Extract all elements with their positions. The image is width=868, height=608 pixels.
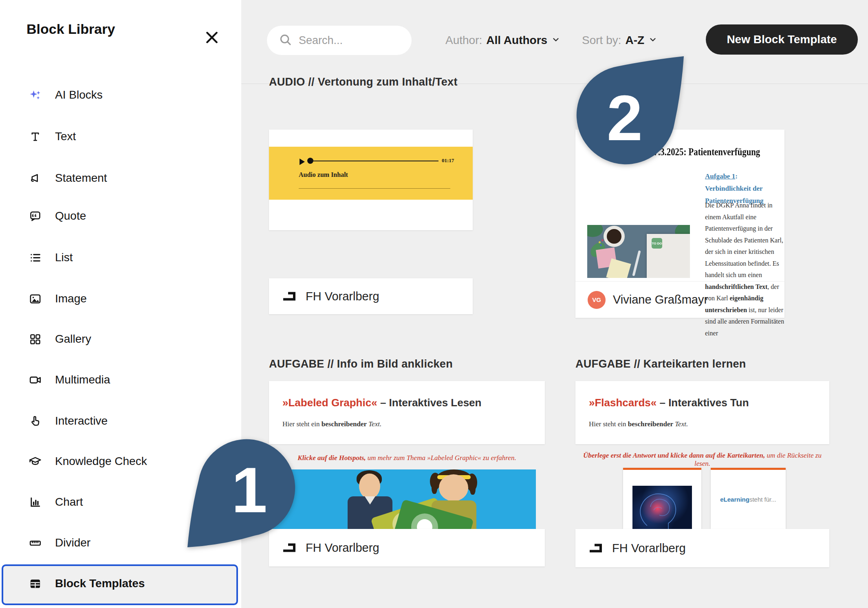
card-footer-patientenverfuegung: VG Viviane Graßmayr bbox=[575, 281, 784, 318]
labeled-graphic-illustration bbox=[270, 469, 536, 529]
sidebar-item-quote[interactable]: Quote bbox=[0, 204, 241, 228]
search-icon bbox=[278, 33, 292, 48]
avatar: VG bbox=[588, 291, 606, 309]
sort-filter[interactable]: Sort by: A-Z bbox=[582, 34, 657, 47]
instruction-bold: Klicke auf die Hotspots, bbox=[297, 454, 366, 462]
card-author: FH Vorarlberg bbox=[612, 542, 686, 555]
section-heading-labeled-graphic: AUFGABE // Info im Bild anklicken bbox=[269, 358, 453, 370]
image-icon bbox=[29, 292, 42, 305]
desc-bold: beschreibender bbox=[322, 420, 367, 428]
man-face bbox=[359, 474, 380, 499]
sidebar-item-label: Text bbox=[55, 130, 76, 143]
flashcard-tile-brain bbox=[623, 468, 701, 529]
sidebar-item-label: Multimedia bbox=[55, 373, 110, 386]
table-icon bbox=[29, 577, 42, 590]
audio-duration: 01:17 bbox=[442, 157, 454, 164]
template-card-labeled-graphic[interactable]: »Labeled Graphic« – Interaktives Lesen H… bbox=[269, 381, 545, 444]
template-card-patientenverfuegung[interactable]: s zum 7.3.2025: Patientenverfügung Aufga… bbox=[575, 130, 784, 318]
section-heading-flashcards: AUFGABE // Karteikarten lernen bbox=[575, 358, 746, 370]
search-input[interactable] bbox=[298, 34, 397, 47]
preview-instruction-labeled-graphic: Klicke auf die Hotspots, um mehr zum The… bbox=[269, 454, 545, 462]
sort-filter-value: A-Z bbox=[625, 34, 644, 47]
sidebar-item-statement[interactable]: Statement bbox=[0, 166, 241, 190]
instruction-rest: um mehr zum Thema »Labeled Graphic« zu e… bbox=[366, 454, 516, 462]
sparkles-icon bbox=[29, 88, 42, 101]
sidebar-item-block-templates[interactable]: Block Templates bbox=[0, 571, 241, 596]
sidebar-item-gallery[interactable]: Gallery bbox=[0, 327, 241, 351]
sidebar-item-knowledge-check[interactable]: Knowledge Check bbox=[0, 449, 241, 474]
desc-italic: Text. bbox=[367, 420, 381, 428]
close-icon[interactable] bbox=[204, 29, 220, 46]
sidebar-item-multimedia[interactable]: Multimedia bbox=[0, 368, 241, 392]
card-author: FH Vorarlberg bbox=[306, 290, 379, 303]
sidebar-item-list[interactable]: List bbox=[0, 245, 241, 270]
todo-badge: TO DO bbox=[652, 238, 662, 249]
fh-vorarlberg-logo-icon bbox=[282, 540, 297, 556]
preview-instruction-flashcards: Überlege erst die Antwort und klicke dan… bbox=[575, 452, 829, 468]
new-block-template-button[interactable]: New Block Template bbox=[706, 24, 858, 55]
sidebar-item-label: Statement bbox=[55, 172, 107, 185]
desk-photo-thumbnail: TO DO bbox=[587, 225, 690, 278]
sidebar-item-ai-blocks[interactable]: AI Blocks bbox=[0, 83, 241, 107]
fh-vorarlberg-logo-icon bbox=[282, 288, 297, 304]
desc-italic: Text. bbox=[673, 420, 688, 428]
pen bbox=[632, 250, 641, 276]
audio-progress-line bbox=[311, 161, 438, 161]
woman-face bbox=[439, 474, 468, 501]
block-library-screen: Block Library AI Blocks Text Statem bbox=[0, 0, 868, 608]
sidebar-item-label: Gallery bbox=[55, 333, 91, 346]
desc-bold: beschreibender bbox=[628, 420, 673, 428]
card-footer-audio: FH Vorarlberg bbox=[269, 278, 473, 314]
audio-caption-rule bbox=[299, 188, 450, 189]
play-icon bbox=[300, 159, 305, 165]
ruler-icon bbox=[29, 536, 42, 549]
text-icon bbox=[29, 130, 42, 143]
flashcard-text-rest: steht für... bbox=[749, 496, 776, 503]
template-card-audio[interactable]: 01:17 Audio zum Inhalt bbox=[269, 130, 473, 230]
quote-icon bbox=[29, 209, 42, 222]
sidebar-item-label: Quote bbox=[55, 209, 86, 222]
sidebar-item-label: Divider bbox=[55, 536, 90, 549]
sidebar-item-label: List bbox=[55, 251, 73, 264]
flashcard-front-text: eLearning steht für... bbox=[711, 470, 786, 529]
section-heading-audio: AUDIO // Vertonung zum Inhalt/Text bbox=[269, 76, 458, 88]
panel-title: Block Library bbox=[26, 21, 115, 37]
sidebar-item-label: Image bbox=[55, 292, 87, 305]
author-filter-value: All Authors bbox=[486, 34, 547, 47]
title-rest: – Interaktives Tun bbox=[657, 397, 749, 409]
flashcard-text-accent: eLearning bbox=[720, 496, 749, 503]
preview-task-link-underlined: Aufgabe 1 bbox=[705, 172, 735, 180]
audio-caption: Audio zum Inhalt bbox=[299, 171, 348, 178]
chevron-down-icon bbox=[551, 34, 560, 47]
sidebar-item-image[interactable]: Image bbox=[0, 286, 241, 311]
title-rest: – Interaktives Lesen bbox=[377, 397, 482, 409]
sidebar-item-chart[interactable]: Chart bbox=[0, 490, 241, 514]
sidebar-item-interactive[interactable]: Interactive bbox=[0, 409, 241, 433]
template-card-flashcards[interactable]: »Flashcards« – Interaktives Tun Hier ste… bbox=[575, 381, 829, 444]
sidebar-item-label: Interactive bbox=[55, 414, 108, 427]
card-preview-title: s zum 7.3.2025: Patientenverfügung bbox=[631, 146, 760, 158]
sidebar-item-text[interactable]: Text bbox=[0, 124, 241, 149]
desc-text: Hier steht ein bbox=[282, 420, 322, 428]
card-footer-labeled-graphic: FH Vorarlberg bbox=[269, 529, 545, 566]
card-author: FH Vorarlberg bbox=[306, 541, 379, 555]
fh-vorarlberg-logo-icon bbox=[588, 540, 603, 556]
audio-block-preview: 01:17 Audio zum Inhalt bbox=[269, 147, 473, 200]
instruction-bold: Überlege erst die Antwort und klicke dan… bbox=[583, 452, 765, 459]
sidebar-item-label: Block Templates bbox=[55, 577, 145, 590]
card-footer-flashcards: FH Vorarlberg bbox=[575, 529, 829, 567]
bar-chart-icon bbox=[29, 496, 42, 509]
megaphone-icon bbox=[29, 172, 42, 185]
sidebar-item-divider[interactable]: Divider bbox=[0, 531, 241, 555]
sidebar-item-label: Chart bbox=[55, 496, 83, 509]
notepad-paper: TO DO bbox=[647, 234, 690, 278]
list-icon bbox=[29, 251, 42, 264]
card-preview-description: Hier steht ein beschreibender Text. bbox=[282, 420, 381, 428]
card-preview-description: Hier steht ein beschreibender Text. bbox=[589, 420, 688, 428]
flashcard-tile-elearning: eLearning steht für... bbox=[711, 468, 786, 529]
chevron-down-icon bbox=[648, 34, 657, 47]
coffee-cup bbox=[607, 229, 621, 244]
sidebar-item-label: AI Blocks bbox=[55, 88, 103, 101]
title-accent: »Labeled Graphic« bbox=[282, 397, 377, 409]
author-filter[interactable]: Author: All Authors bbox=[445, 34, 560, 47]
